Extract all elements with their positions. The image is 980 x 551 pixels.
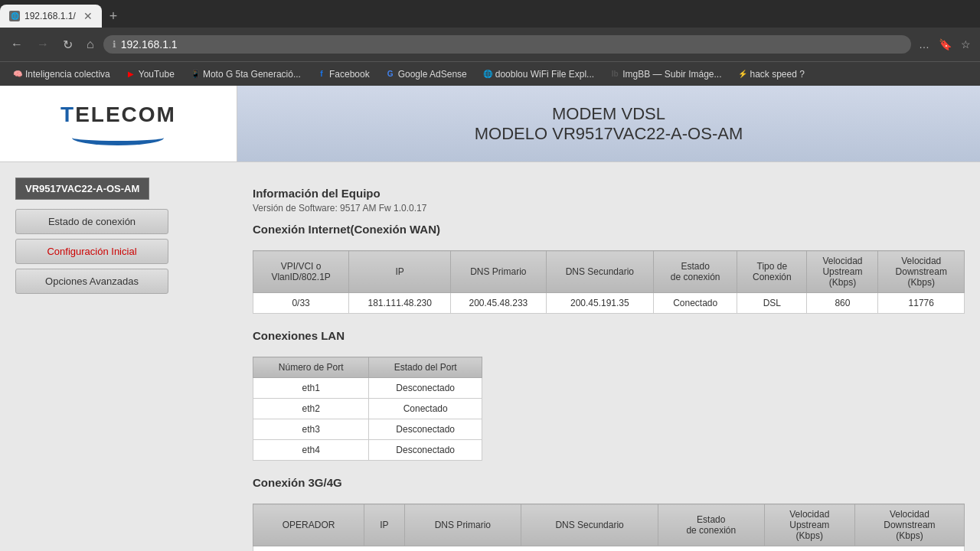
wan-header-estado: Estadode conexión [654, 251, 737, 293]
more-button[interactable]: … [916, 35, 933, 54]
mobile-table: OPERADOR IP DNS Primario DNS Secundario … [253, 504, 965, 551]
mobile-header-operador: OPERADOR [253, 504, 364, 546]
modem-info: MODEM VDSL MODELO VR9517VAC22-A-OS-AM [237, 86, 980, 161]
lan-eth4: eth4 [253, 440, 369, 461]
logo-arc [72, 130, 164, 145]
lan-eth2: eth2 [253, 399, 369, 419]
logo: TELECOM [60, 103, 176, 145]
info-icon: ℹ [113, 39, 116, 50]
logo-area: TELECOM [0, 86, 237, 161]
wan-ip: 181.111.48.230 [349, 293, 451, 314]
lan-eth3-estado: Desconectado [369, 419, 482, 440]
star-button[interactable]: ☆ [958, 35, 974, 54]
modem-model: MODELO VR9517VAC22-A-OS-AM [475, 124, 743, 144]
content-area: Información del Equipo Versión de Softwa… [237, 162, 980, 551]
moto-icon: 📱 [190, 69, 201, 80]
opciones-avanzadas-button[interactable]: Opciones Avanzadas [15, 269, 168, 294]
wan-title: Conexión Internet(Conexión WAN) [253, 223, 965, 236]
info-subtitle: Versión de Software: 9517 AM Fw 1.0.0.17 [253, 203, 965, 214]
bookmark-dooblou[interactable]: 🌐 dooblou WiFi File Expl... [476, 67, 600, 81]
browser-chrome: 🌐 192.168.1.1/ ✕ + ← → ↻ ⌂ ℹ … 🔖 ☆ 🧠 Int… [0, 0, 980, 86]
bookmark-inteligencia[interactable]: 🧠 Inteligencia colectiva [6, 67, 116, 81]
bookmark-hackspeed[interactable]: ⚡ hack speed ? [731, 67, 811, 81]
estado-conexion-button[interactable]: Estado de conexión [15, 209, 168, 234]
lan-header-estado: Estado del Port [369, 357, 482, 378]
wan-vpi: 0/33 [253, 293, 349, 314]
dooblou-icon: 🌐 [482, 69, 493, 80]
modem-title: MODEM VDSL [552, 104, 665, 124]
home-button[interactable]: ⌂ [82, 34, 99, 54]
wan-header-dns1: DNS Primario [451, 251, 546, 293]
wan-header-ip: IP [349, 251, 451, 293]
configuracion-inicial-button[interactable]: Configuración Inicial [15, 239, 168, 264]
wan-dns2: 200.45.191.35 [546, 293, 654, 314]
reload-button[interactable]: ↻ [58, 34, 77, 55]
bookmark-imgbb[interactable]: Ib ImgBB — Subir Imáge... [603, 67, 727, 81]
device-name: VR9517VAC22-A-OS-AM [15, 178, 149, 200]
tab-favicon: 🌐 [9, 11, 20, 21]
wan-header-dns2: DNS Secundario [546, 251, 654, 293]
page-content: TELECOM MODEM VDSL MODELO VR9517VAC22-A-… [0, 86, 980, 551]
tab-title: 192.168.1.1/ [24, 11, 76, 21]
mobile-header-upstream: VelocidadUpstream(Kbps) [764, 504, 854, 546]
tab-close-button[interactable]: ✕ [83, 10, 93, 22]
wan-tipo: DSL [737, 293, 807, 314]
nav-bar: ← → ↻ ⌂ ℹ … 🔖 ☆ [0, 28, 980, 61]
active-tab[interactable]: 🌐 192.168.1.1/ ✕ [0, 5, 102, 28]
wan-header-vpi: VPI/VCI oVlanID/802.1P [253, 251, 349, 293]
bookmark-facebook[interactable]: f Facebook [310, 67, 376, 81]
lan-eth2-estado: Conectado [369, 399, 482, 419]
mobile-header-dns1: DNS Primario [404, 504, 521, 546]
bookmark-moto[interactable]: 📱 Moto G 5ta Generació... [184, 67, 307, 81]
new-tab-button[interactable]: + [102, 8, 126, 24]
usb-notice: DISPOSITIVO USB DONGLE 3G/4G NO DETECTAD… [253, 546, 965, 552]
lan-eth1: eth1 [253, 378, 369, 399]
bookmark-google-adsense[interactable]: G Google AdSense [379, 67, 473, 81]
google-icon: G [385, 69, 396, 80]
mobile-section: Conexión 3G/4G OPERADOR IP DNS Primario … [253, 476, 965, 551]
wan-row: 0/33 181.111.48.230 200.45.48.233 200.45… [253, 293, 965, 314]
lan-section: Conexiones LAN Número de Port Estado del… [253, 329, 965, 461]
forward-button[interactable]: → [32, 34, 54, 54]
lan-header-port: Número de Port [253, 357, 369, 378]
youtube-icon: ▶ [126, 69, 136, 80]
wan-header-upstream: VelocidadUpstream(Kbps) [807, 251, 878, 293]
mobile-header-dns2: DNS Secundario [521, 504, 658, 546]
wan-dns1: 200.45.48.233 [451, 293, 546, 314]
lan-eth3: eth3 [253, 419, 369, 440]
wan-table: VPI/VCI oVlanID/802.1P IP DNS Primario D… [253, 250, 965, 314]
mobile-header-downstream: VelocidadDownstream(Kbps) [854, 504, 964, 546]
hackspeed-icon: ⚡ [737, 69, 748, 80]
inteligencia-icon: 🧠 [12, 69, 23, 80]
main-layout: VR9517VAC22-A-OS-AM Estado de conexión C… [0, 162, 980, 551]
lan-eth1-estado: Desconectado [369, 378, 482, 399]
mobile-header-estado: Estadode conexión [658, 504, 764, 546]
lan-row: eth4 Desconectado [253, 440, 482, 461]
site-header: TELECOM MODEM VDSL MODELO VR9517VAC22-A-… [0, 86, 980, 162]
mobile-row: DISPOSITIVO USB DONGLE 3G/4G NO DETECTAD… [253, 546, 965, 552]
lan-row: eth3 Desconectado [253, 419, 482, 440]
wan-estado: Conectado [654, 293, 737, 314]
facebook-icon: f [316, 69, 327, 80]
lan-row: eth2 Conectado [253, 399, 482, 419]
sidebar: VR9517VAC22-A-OS-AM Estado de conexión C… [0, 162, 237, 551]
address-input[interactable] [121, 38, 902, 51]
info-title: Información del Equipo [253, 187, 965, 200]
info-section: Información del Equipo Versión de Softwa… [253, 187, 965, 214]
wan-header-tipo: Tipo deConexión [737, 251, 807, 293]
lan-row: eth1 Desconectado [253, 378, 482, 399]
mobile-title: Conexión 3G/4G [253, 476, 965, 489]
wan-downstream: 11776 [878, 293, 965, 314]
pocket-button[interactable]: 🔖 [936, 35, 955, 54]
lan-eth4-estado: Desconectado [369, 440, 482, 461]
lan-table: Número de Port Estado del Port eth1 Desc… [253, 357, 482, 461]
wan-upstream: 860 [807, 293, 878, 314]
back-button[interactable]: ← [6, 34, 28, 54]
address-bar[interactable]: ℹ [103, 35, 911, 54]
brand-name: TELECOM [60, 103, 176, 127]
tab-bar: 🌐 192.168.1.1/ ✕ + [0, 0, 980, 28]
imgbb-icon: Ib [609, 69, 620, 80]
wan-section: Conexión Internet(Conexión WAN) VPI/VCI … [253, 223, 965, 314]
wan-header-downstream: VelocidadDownstream(Kbps) [878, 251, 965, 293]
bookmark-youtube[interactable]: ▶ YouTube [119, 67, 181, 81]
